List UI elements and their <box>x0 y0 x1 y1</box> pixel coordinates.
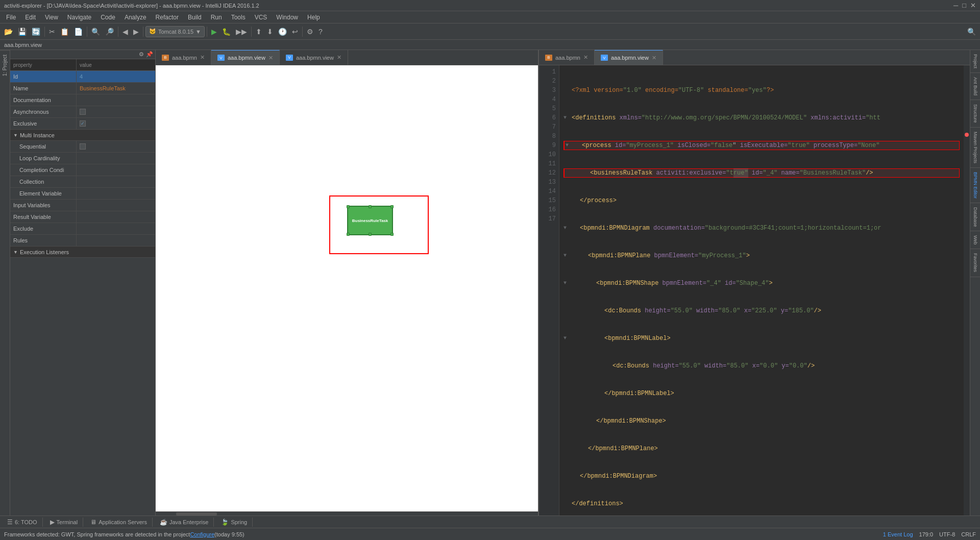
prop-row-exclude[interactable]: Exclude <box>10 223 155 235</box>
editor-tab-bpmn-1[interactable]: B aaa.bpmn ✕ <box>156 50 211 65</box>
prop-row-execution-listeners[interactable]: ▼ Execution Listeners <box>10 247 155 258</box>
asynchronous-checkbox[interactable] <box>80 109 86 115</box>
prop-row-name[interactable]: Name BusinessRuleTask <box>10 83 155 94</box>
prop-row-completion-condition[interactable]: Completion Condi <box>10 164 155 176</box>
editor-tab-close-2[interactable]: ✕ <box>268 55 273 61</box>
multi-instance-header[interactable]: ▼ Multi Instance <box>10 131 155 139</box>
right-tab-favorites[interactable]: Favorites <box>970 249 980 277</box>
right-tab-structure[interactable]: Structure <box>970 100 980 128</box>
toolbar-revert[interactable]: ↩ <box>290 25 300 38</box>
bottom-tab-spring[interactable]: 🍃 Spring <box>216 518 253 527</box>
right-tab-maven[interactable]: Maven Projects <box>970 128 980 168</box>
menu-window[interactable]: Window <box>272 13 302 22</box>
bottom-tab-app-servers[interactable]: 🖥 Application Servers <box>85 518 153 527</box>
toolbar-update[interactable]: ⬇ <box>265 25 275 38</box>
menu-edit[interactable]: Edit <box>21 13 40 22</box>
toolbar-find[interactable]: 🔍 <box>89 25 102 38</box>
right-tab-database[interactable]: Database <box>970 203 980 232</box>
sidebar-tab-project[interactable]: 1: Project <box>0 50 10 80</box>
bottom-tab-java-enterprise[interactable]: ☕ Java Enterprise <box>155 518 214 527</box>
menu-file[interactable]: File <box>2 13 20 22</box>
bottom-tab-terminal[interactable]: ▶ Terminal <box>45 518 84 527</box>
toolbar-run2[interactable]: ▶▶ <box>234 25 249 38</box>
menu-refactor[interactable]: Refactor <box>152 13 183 22</box>
toolbar-help[interactable]: ? <box>316 25 325 38</box>
xml-tab-close-view[interactable]: ✕ <box>652 55 656 61</box>
editor-tab-close-3[interactable]: ✕ <box>337 54 341 61</box>
toolbar-paste[interactable]: 📄 <box>72 25 85 38</box>
fold-2[interactable]: ▼ <box>564 113 571 122</box>
prop-row-sequential[interactable]: Sequential <box>10 141 155 153</box>
task-handle-tl[interactable] <box>347 205 350 208</box>
prop-row-id[interactable]: Id 4 <box>10 71 155 83</box>
fold-6[interactable]: ▼ <box>564 224 571 233</box>
minimize-button[interactable]: ─ <box>953 2 958 9</box>
task-handle-bl[interactable] <box>347 233 350 236</box>
editor-tab-close-1[interactable]: ✕ <box>200 54 205 61</box>
bpmn-task-element[interactable]: BusinessRuleTask <box>347 206 393 235</box>
prop-row-rules[interactable]: Rules <box>10 235 155 247</box>
sequential-checkbox[interactable] <box>80 143 86 150</box>
toolbar-open[interactable]: 📂 <box>2 25 15 38</box>
status-configure-link[interactable]: Configure <box>190 531 214 537</box>
prop-row-result-variable[interactable]: Result Variable <box>10 211 155 223</box>
right-tab-web[interactable]: Web <box>970 231 980 249</box>
menu-vcs[interactable]: VCS <box>251 13 272 22</box>
right-tab-bpmn[interactable]: BPMN Editor <box>970 168 980 203</box>
canvas-scrollbar-h[interactable] <box>156 511 538 516</box>
prop-row-exclusive[interactable]: Exclusive <box>10 118 155 130</box>
toolbar-find2[interactable]: 🔎 <box>103 25 116 38</box>
execution-listeners-header[interactable]: ▼ Execution Listeners <box>10 248 155 256</box>
properties-pin-icon[interactable]: 📌 <box>146 51 153 58</box>
event-log-link[interactable]: 1 Event Log <box>883 531 913 537</box>
exclusive-checkbox[interactable] <box>80 120 86 127</box>
prop-row-documentation[interactable]: Documentation <box>10 94 155 106</box>
menu-code[interactable]: Code <box>96 13 119 22</box>
prop-row-collection[interactable]: Collection <box>10 176 155 188</box>
prop-row-asynchronous[interactable]: Asynchronous <box>10 106 155 118</box>
toolbar-vcs[interactable]: ⬆ <box>254 25 264 38</box>
toolbar-forward[interactable]: ▶ <box>131 25 141 38</box>
menu-view[interactable]: View <box>41 13 62 22</box>
xml-tab-bpmn[interactable]: B aaa.bpmn ✕ <box>539 50 595 65</box>
toolbar-history[interactable]: 🕐 <box>276 25 289 38</box>
right-tab-ant[interactable]: Ant Build <box>970 73 980 100</box>
toolbar-search-everywhere[interactable]: 🔍 <box>965 25 978 38</box>
tomcat-dropdown[interactable]: 🐱 Tomcat 8.0.15 ▼ <box>145 26 205 37</box>
fold-3[interactable]: ▼ <box>566 141 573 150</box>
task-handle-br[interactable] <box>390 233 394 236</box>
task-handle-bc[interactable] <box>369 233 372 236</box>
menu-analyze[interactable]: Analyze <box>120 13 151 22</box>
toolbar-settings[interactable]: ⚙ <box>305 25 315 38</box>
menu-build[interactable]: Build <box>184 13 206 22</box>
prop-row-loop-cardinality[interactable]: Loop Cardinality <box>10 153 155 164</box>
bottom-tab-todo[interactable]: ☰ 6: TODO <box>2 518 43 527</box>
toolbar-back[interactable]: ◀ <box>120 25 130 38</box>
xml-tab-view[interactable]: V aaa.bpmn.view ✕ <box>595 50 663 65</box>
menu-navigate[interactable]: Navigate <box>63 13 95 22</box>
fold-8[interactable]: ▼ <box>564 279 571 288</box>
toolbar-run[interactable]: ▶ <box>209 25 219 38</box>
toolbar-save[interactable]: 💾 <box>16 25 29 38</box>
task-handle-tr[interactable] <box>390 205 394 208</box>
fold-10[interactable]: ▼ <box>564 334 571 343</box>
xml-tab-close-bpmn[interactable]: ✕ <box>583 54 588 61</box>
menu-tools[interactable]: Tools <box>227 13 250 22</box>
prop-row-multi-instance[interactable]: ▼ Multi Instance <box>10 130 155 141</box>
editor-tab-view-2[interactable]: V aaa.bpmn.view ✕ <box>280 50 348 65</box>
toolbar-cut[interactable]: ✂ <box>47 25 57 38</box>
menu-help[interactable]: Help <box>303 13 324 22</box>
toolbar-sync[interactable]: 🔄 <box>30 25 42 38</box>
close-button[interactable]: ✕ <box>970 2 976 9</box>
bpmn-canvas[interactable]: BusinessRuleTask <box>156 65 538 516</box>
menu-run[interactable]: Run <box>207 13 226 22</box>
editor-tab-view-1[interactable]: V aaa.bpmn.view ✕ <box>211 50 280 65</box>
prop-row-input-variables[interactable]: Input Variables <box>10 200 155 211</box>
properties-settings-icon[interactable]: ⚙ <box>139 51 144 58</box>
maximize-button[interactable]: □ <box>962 2 966 9</box>
right-tab-project[interactable]: Project <box>970 50 980 73</box>
fold-7[interactable]: ▼ <box>564 251 571 260</box>
xml-code-area[interactable]: <?xml version="1.0" encoding="UTF-8" sta… <box>559 65 964 516</box>
task-handle-tc[interactable] <box>369 205 372 208</box>
toolbar-debug[interactable]: 🐛 <box>220 25 233 38</box>
